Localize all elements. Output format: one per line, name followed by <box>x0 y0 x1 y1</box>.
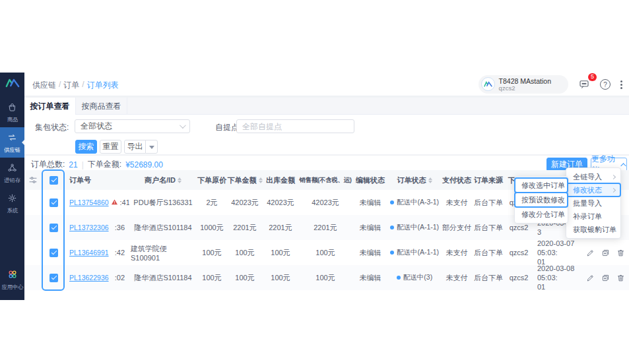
user-account: qzcs2 <box>499 85 551 92</box>
submenu-item[interactable]: 按预设数修改 <box>515 193 568 207</box>
menu-item-label: 全链导入 <box>573 172 602 182</box>
cell-checkbox <box>42 240 66 265</box>
order-time-fragment: :42 <box>115 249 128 257</box>
help-button[interactable]: ? <box>600 79 611 90</box>
user-info: T8428 MAstation qzcs2 <box>499 77 551 92</box>
delete-order-button[interactable] <box>616 249 625 257</box>
table-row: PL13622936:02隆华酒店S101184100元100元100元100元… <box>24 265 629 290</box>
cell-spacer <box>24 240 42 265</box>
vertical-dots-icon <box>620 80 622 89</box>
reset-button[interactable]: 重置 <box>100 140 121 154</box>
sidebar-item-apps[interactable]: 应用中心 <box>0 264 24 295</box>
export-button[interactable]: 导出 <box>124 140 146 154</box>
search-button[interactable]: 搜索 <box>75 140 97 154</box>
messages-button[interactable]: 5 <box>578 78 590 90</box>
cell-pay-status: 未支付 <box>441 190 473 215</box>
header-bar: 供应链/订单/订单列表 T8428 MAstation qzcs2 <box>24 73 629 96</box>
warning-icon <box>111 198 118 207</box>
sidebar-bottom: 应用中心 <box>0 264 24 295</box>
row-actions <box>586 274 625 282</box>
package-status-select[interactable]: 全部状态 <box>75 119 190 133</box>
sidebar-item-supply-chain[interactable]: 供应链 <box>0 127 24 158</box>
submenu-item[interactable]: 修改分仓订单 <box>515 207 568 222</box>
submenu-item-label: 按预设数修改 <box>521 195 565 205</box>
row-checkbox[interactable] <box>50 198 58 207</box>
breadcrumb-item[interactable]: 订单列表 <box>87 80 119 91</box>
cell-order-status: 配送中(3) <box>388 265 441 290</box>
row-checkbox[interactable] <box>50 274 58 282</box>
order-status-text: 配送中(3) <box>403 273 432 282</box>
cell-outbound-amount: 2201元 <box>263 215 298 240</box>
cell-original-price: 100元 <box>197 265 227 290</box>
chevron-up-icon <box>621 163 626 168</box>
menu-item[interactable]: 批量导入 <box>566 197 620 210</box>
order-link[interactable]: PL13646991 <box>69 249 109 257</box>
delete-order-button[interactable] <box>616 274 625 282</box>
cell-sales-amount: 42023元 <box>298 190 352 215</box>
menu-item-label: 批量导入 <box>573 198 602 208</box>
order-link[interactable]: PL13622936 <box>69 274 109 282</box>
sidebar-nav: 商品供应链进销存系统 <box>0 97 24 218</box>
copy-order-button[interactable] <box>601 249 610 257</box>
order-link[interactable]: PL13754860 <box>69 198 109 206</box>
more-options-button[interactable] <box>620 80 622 89</box>
user-menu[interactable]: T8428 MAstation qzcs2 <box>479 75 568 94</box>
menu-item[interactable]: 全链导入 <box>566 170 620 183</box>
order-link[interactable]: PL13732306 <box>69 224 109 231</box>
breadcrumb-item[interactable]: 订单 <box>63 80 79 91</box>
copy-order-button[interactable] <box>601 274 610 282</box>
submenu-item[interactable]: 修改选中订单 <box>515 178 568 193</box>
menu-item[interactable]: 补录订单 <box>566 210 620 223</box>
column-settings-button[interactable] <box>24 170 42 190</box>
app-logo-icon <box>5 78 20 90</box>
cell-order-amount: 42023元 <box>227 190 263 215</box>
header-4: 下单原价 <box>197 170 227 190</box>
header-11: 订单来源 <box>473 170 504 190</box>
cell-source: 后台下单 <box>473 190 504 215</box>
header-9[interactable]: 订单状态 <box>388 170 441 190</box>
column-label: 下单原价 <box>197 175 226 185</box>
order-time-fragment: :36 <box>115 224 128 231</box>
header-6: 出库金额 <box>263 170 298 190</box>
menu-item[interactable]: 获取银豹订单 <box>566 223 620 236</box>
select-all-checkbox[interactable] <box>50 176 58 185</box>
cell-source: 后台下单 <box>473 240 504 265</box>
tab-by-order[interactable]: 按订单查看 <box>24 98 76 115</box>
row-checkbox[interactable] <box>50 224 58 232</box>
sidebar-item-inventory[interactable]: 进销存 <box>0 158 24 188</box>
menu-item[interactable]: 修改状态 <box>566 183 620 197</box>
sidebar: 商品供应链进销存系统 应用中心 <box>0 73 24 300</box>
cell-checkbox <box>42 190 66 215</box>
cell-source: 后台下单 <box>473 215 504 240</box>
header-5[interactable]: 下单金额 <box>227 170 263 190</box>
export-dropdown-button[interactable] <box>145 140 158 154</box>
avatar <box>481 77 495 91</box>
column-label: 商户名/ID <box>145 175 176 185</box>
cell-source: 后台下单 <box>473 265 504 290</box>
cell-original-price: 1000元 <box>197 215 227 240</box>
sort-icon[interactable] <box>428 175 432 185</box>
cell-edit-status: 未编辑 <box>352 240 388 265</box>
cell-sales-amount: 2201元 <box>298 215 352 240</box>
breadcrumb-item[interactable]: 供应链 <box>32 80 56 91</box>
cell-order-status: 配送中(A-3-1) <box>388 190 441 215</box>
sidebar-item-system[interactable]: 系统 <box>0 188 24 218</box>
row-checkbox[interactable] <box>50 249 58 257</box>
cell-checkbox <box>42 215 66 240</box>
edit-order-button[interactable] <box>586 274 595 282</box>
menu-item-label: 补录订单 <box>573 212 602 222</box>
edit-order-button[interactable] <box>586 249 595 257</box>
submenu-item-label: 修改选中订单 <box>521 181 565 191</box>
tab-by-product[interactable]: 按商品查看 <box>76 98 127 115</box>
message-badge: 5 <box>588 73 597 81</box>
cell-edit-status: 未编辑 <box>352 190 388 215</box>
status-dot-icon <box>390 226 394 229</box>
header-right: T8428 MAstation qzcs2 5 ? <box>479 73 622 96</box>
pickup-point-input[interactable] <box>236 119 354 133</box>
sort-icon[interactable] <box>259 175 263 185</box>
sidebar-item-goods[interactable]: 商品 <box>0 97 24 127</box>
summary-stats: 订单总数: 21 | 下单金额: ¥52689.00 <box>31 159 163 170</box>
sort-icon[interactable] <box>178 175 182 185</box>
table-row: PL13646991:42建筑学院便S100901100元100元100元100… <box>24 240 629 265</box>
header-3[interactable]: 商户名/ID <box>129 170 197 190</box>
